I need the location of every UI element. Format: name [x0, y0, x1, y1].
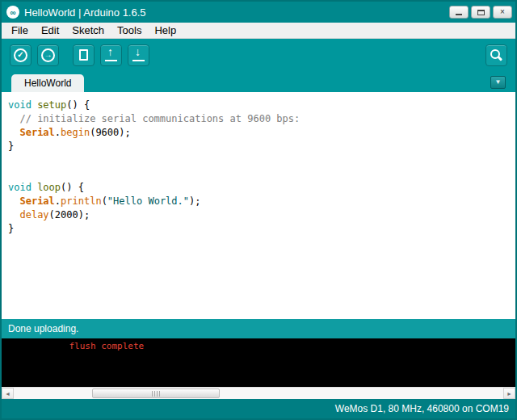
tab-strip: HelloWorld ▼	[2, 71, 515, 92]
code-line: Serial.println("Hello World.");	[8, 195, 509, 208]
code-line: // initialize serial communications at 9…	[8, 112, 509, 126]
open-sketch-button[interactable]: ↑	[100, 44, 122, 66]
board-info: WeMos D1, 80 MHz, 460800 on COM19	[335, 403, 509, 414]
menu-tools[interactable]: Tools	[111, 23, 148, 38]
console-output: flush complete	[2, 338, 515, 387]
arduino-ide-window: ∞ HelloWorld | Arduino 1.6.5 × File Edit…	[0, 0, 517, 420]
status-message: Done uploading.	[8, 323, 78, 334]
horizontal-scrollbar: ◄ ►	[2, 387, 515, 399]
code-line: }	[8, 140, 509, 153]
code-line: void loop() {	[8, 181, 509, 195]
minimize-button[interactable]	[449, 6, 469, 19]
close-icon: ×	[500, 8, 505, 16]
code-line: }	[8, 222, 509, 236]
menu-edit[interactable]: Edit	[35, 23, 65, 38]
menu-file[interactable]: File	[5, 23, 35, 38]
serial-monitor-button[interactable]	[485, 44, 507, 66]
chevron-down-icon: ▼	[495, 79, 502, 86]
menu-sketch[interactable]: Sketch	[65, 23, 111, 38]
window-controls: ×	[449, 6, 512, 19]
scroll-left-button[interactable]: ◄	[2, 388, 14, 399]
scroll-right-button[interactable]: ►	[503, 388, 515, 399]
verify-button[interactable]: ✓	[10, 44, 32, 66]
scrollbar-track[interactable]	[14, 388, 503, 399]
code-line	[8, 167, 509, 181]
window-title: HelloWorld | Arduino 1.6.5	[24, 6, 449, 19]
status-message-bar: Done uploading.	[2, 319, 515, 338]
maximize-button[interactable]	[471, 6, 490, 19]
scroll-left-icon: ◄	[5, 391, 11, 397]
upload-arrow-icon: →	[41, 48, 55, 62]
scrollbar-grip-icon	[93, 389, 219, 397]
code-line: delay(2000);	[8, 208, 509, 222]
code-line: Serial.begin(9600);	[8, 126, 509, 140]
close-button[interactable]: ×	[493, 6, 512, 19]
maximize-icon	[477, 10, 485, 15]
title-bar: ∞ HelloWorld | Arduino 1.6.5 ×	[2, 2, 515, 23]
status-bar: WeMos D1, 80 MHz, 460800 on COM19	[2, 399, 515, 418]
new-sketch-button[interactable]	[73, 44, 95, 66]
arduino-logo-icon: ∞	[6, 6, 19, 19]
code-line	[8, 153, 509, 167]
code-editor[interactable]: void setup() { // initialize serial comm…	[2, 92, 515, 319]
save-sketch-button[interactable]: ↓	[128, 44, 149, 66]
save-icon: ↓	[132, 48, 145, 61]
tab-helloworld[interactable]: HelloWorld	[11, 74, 84, 92]
menu-help[interactable]: Help	[148, 23, 183, 38]
minimize-icon	[456, 14, 462, 15]
magnifier-icon	[490, 48, 503, 62]
menu-bar: File Edit Sketch Tools Help	[2, 23, 515, 39]
scrollbar-thumb[interactable]	[92, 388, 220, 398]
new-document-icon	[79, 49, 88, 61]
toolbar: ✓ → ↑ ↓	[2, 39, 515, 71]
console-text: flush complete	[5, 341, 512, 352]
code-line: void setup() {	[8, 99, 509, 112]
scroll-right-icon: ►	[506, 391, 512, 397]
tab-menu-button[interactable]: ▼	[490, 76, 506, 89]
verify-check-icon: ✓	[14, 48, 27, 62]
open-icon: ↑	[105, 48, 117, 61]
upload-button[interactable]: →	[37, 44, 59, 66]
